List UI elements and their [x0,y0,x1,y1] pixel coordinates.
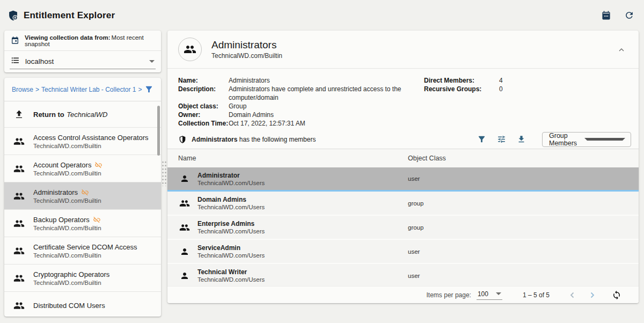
breadcrumb-collector[interactable]: Technical Writer Lab - Collector 1 [41,86,136,93]
browse-card: Browse>Technical Writer Lab - Collector … [4,78,161,317]
row-path: TechnicalWD.com/Users [197,204,265,210]
items-per-page-select[interactable]: 100 [477,290,502,300]
items-per-page-label: Items per page: [427,291,471,299]
field-value: Administrators have complete and unrestr… [229,85,431,102]
sidebar-item-path: TechnicalWD.com/Builtin [33,252,137,259]
sidebar-item-label: Backup Operators [33,216,90,224]
calendar-icon[interactable] [600,9,612,21]
avatar [178,38,202,61]
header-actions [600,9,635,21]
field-label: Owner: [178,111,229,119]
group-icon [13,218,25,229]
members-caption-rest: has the following members [239,136,316,143]
sidebar-item-path: TechnicalWD.com/Builtin [33,197,101,204]
group-icon [13,273,25,284]
link-off-icon [94,161,103,169]
chevron-down-icon [496,292,501,295]
host-select-value: localhost [25,57,144,65]
download-icon[interactable] [516,134,527,145]
field-label: Description: [178,85,229,102]
row-name: Administrator [197,172,265,179]
group-icon [13,190,25,202]
sidebar-item-path: TechnicalWD.com/Builtin [33,143,149,149]
page-title: Administrators [211,39,282,51]
pagination: Items per page: 100 1 – 5 of 5 [167,286,639,303]
group-icon [13,245,25,256]
members-caption: Administrators has the following members [178,135,476,144]
members-caption-text: Administrators has the following members [192,136,316,143]
return-prefix: Return to [33,111,64,119]
person-icon [179,247,190,256]
panel-resize-handle[interactable] [162,160,167,186]
member-stats: Direct Members:4 Recursive Groups:0 [424,76,503,93]
app-title: Entitlement Explorer [24,10,115,21]
snapshot-card: Viewing collection data from:Most recent… [4,31,161,72]
brand: Entitlement Explorer [8,10,115,21]
sidebar-item[interactable]: Certificate Service DCOM AccessTechnical… [4,237,161,265]
view-select[interactable]: Group Members [542,132,631,147]
chevron-left-icon[interactable] [568,290,577,300]
table-row[interactable]: ServiceAdminTechnicalWD.com/Users user [167,240,639,264]
chevron-down-icon [149,60,155,63]
breadcrumb-browse[interactable]: Browse [12,86,33,93]
sidebar-item[interactable]: Distributed COM Users [4,292,161,317]
table-toolbar-actions: Group Members [476,132,631,147]
sidebar-item[interactable]: Cryptographic OperatorsTechnicalWD.com/B… [4,265,161,292]
chevron-down-icon [584,138,625,141]
field-value: Oct 17, 2022, 12:57:31 AM [229,119,305,128]
refresh-icon[interactable] [623,9,635,21]
stat-label: Recursive Groups: [424,85,499,93]
row-object-class: user [408,175,420,182]
table-row[interactable]: Domain AdminsTechnicalWD.com/Users group [167,192,639,216]
table-row[interactable]: Enterprise AdminsTechnicalWD.com/Users g… [167,216,639,240]
members-subject: Administrators [192,136,237,143]
group-list: Return to TechnicalWD Access Control Ass… [4,101,161,317]
field-value: Group [229,102,246,111]
return-label: Return to TechnicalWD [33,109,107,119]
host-select[interactable]: localhost [4,51,161,72]
stat-value: 0 [499,85,503,93]
sidebar-scrollbar[interactable] [157,106,160,156]
sidebar-item-selected[interactable]: AdministratorsTechnicalWD.com/Builtin [4,182,161,210]
detail-fields: Name:Administrators Description:Administ… [178,76,639,128]
sidebar-item-return[interactable]: Return to TechnicalWD [4,101,161,128]
row-path: TechnicalWD.com/Users [197,228,265,234]
table-row-selected[interactable]: AdministratorTechnicalWD.com/Users user [167,167,639,192]
link-off-icon [81,188,89,196]
sync-icon[interactable] [611,289,623,301]
table-row[interactable]: Technical WriterTechnicalWD.com/Users us… [167,264,639,286]
group-icon [13,300,25,311]
filter-icon[interactable] [476,134,487,145]
sidebar-item[interactable]: Access Control Assistance OperatorsTechn… [4,128,161,155]
row-object-class: group [408,224,423,231]
row-object-class: user [408,273,420,279]
group-icon [13,136,25,147]
row-path: TechnicalWD.com/Users [197,276,265,283]
sidebar-item-path: TechnicalWD.com/Builtin [33,225,101,231]
members-toolbar: Administrators has the following members… [167,130,639,149]
tune-icon[interactable] [496,134,507,145]
chevron-up-icon[interactable] [616,45,627,55]
person-icon [179,271,190,281]
sidebar-item[interactable]: Backup OperatorsTechnicalWD.com/Builtin [4,210,161,237]
field-label: Object class: [178,102,229,111]
field-label: Collection Time: [178,119,229,128]
row-object-class: group [408,200,423,207]
page-subtitle: TechnicalWD.com/Builtin [211,52,282,60]
chevron-right-icon[interactable] [587,290,597,300]
pagination-range: 1 – 5 of 5 [523,291,550,299]
sidebar-item[interactable]: Account OperatorsTechnicalWD.com/Builtin [4,155,161,182]
sidebar-item-label: Access Control Assistance Operators [33,134,149,142]
row-name: Domain Admins [197,196,265,203]
list-icon [11,56,20,67]
column-header-object-class[interactable]: Object Class [408,155,446,162]
sidebar: Viewing collection data from:Most recent… [4,31,161,72]
column-header-name[interactable]: Name [167,155,408,162]
group-icon [179,222,190,233]
sidebar-item-label: Distributed COM Users [33,302,105,310]
shield-logo-icon [8,10,19,21]
sidebar-item-label: Account Operators [33,161,91,169]
group-icon [13,163,25,174]
person-icon [179,174,190,183]
filter-icon[interactable] [143,84,155,95]
